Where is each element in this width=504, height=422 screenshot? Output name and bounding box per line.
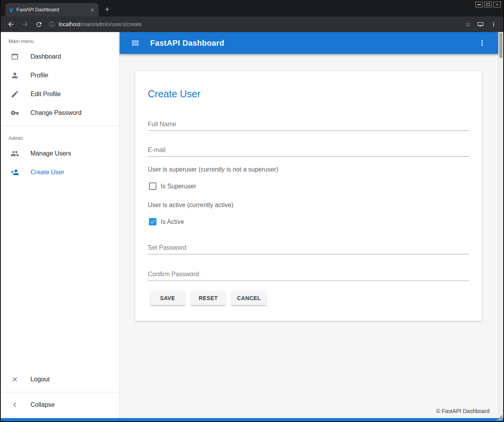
url-path: /main/admin/users/create	[80, 21, 142, 27]
back-icon[interactable]	[7, 20, 15, 28]
is-active-checkbox[interactable]	[149, 218, 156, 225]
bottom-accent-strip	[1, 418, 503, 421]
browser-menu-icon[interactable]	[490, 21, 497, 28]
new-tab-button[interactable]: +	[105, 5, 109, 13]
vuetify-favicon-icon: V	[9, 7, 13, 13]
url-text: localhost/main/admin/users/create	[59, 21, 142, 27]
full-name-input[interactable]: Full Name	[148, 121, 469, 131]
full-name-label: Full Name	[148, 121, 469, 128]
full-name-underline	[148, 131, 469, 131]
chevron-left-icon	[10, 400, 20, 409]
site-info-icon[interactable]: ⓘ	[49, 21, 55, 28]
reset-button[interactable]: RESET	[191, 291, 226, 305]
form-actions: SAVE RESET CANCEL	[150, 291, 469, 305]
sidebar-item-manage-users[interactable]: Manage Users	[1, 144, 119, 163]
set-password-underline	[148, 254, 469, 254]
minimize-icon	[477, 4, 481, 5]
sidebar-item-label: Collapse	[30, 401, 55, 408]
is-active-label: Is Active	[161, 218, 184, 225]
sidebar-item-label: Manage Users	[30, 150, 71, 157]
copyright-text: © FastAPI Dashboard	[436, 408, 490, 414]
sidebar-section-main-menu: Main menu	[1, 32, 119, 47]
page-footer: © FastAPI Dashboard	[120, 404, 498, 418]
vertical-scrollbar[interactable]	[498, 32, 503, 418]
set-password-label: Set Password	[148, 244, 469, 251]
app-bar-title: FastAPI Dashboard	[150, 39, 224, 48]
is-superuser-checkbox-row[interactable]: Is Superuser	[149, 182, 469, 190]
sidebar-item-label: Create User	[30, 169, 64, 176]
sidebar-spacer	[1, 182, 119, 370]
scrollbar-thumb[interactable]	[499, 33, 502, 58]
hamburger-menu-icon[interactable]	[131, 38, 140, 48]
sidebar-item-create-user[interactable]: Create User	[1, 163, 119, 182]
confirm-password-label: Confirm Password	[148, 271, 469, 278]
window-minimize-button[interactable]	[475, 2, 483, 7]
save-button[interactable]: SAVE	[150, 291, 185, 305]
confirm-password-input[interactable]: Confirm Password	[148, 271, 469, 281]
window-close-button[interactable]	[493, 2, 501, 7]
sidebar-item-edit-profile[interactable]: Edit Profile	[1, 85, 119, 104]
email-underline	[148, 156, 469, 157]
checkmark-icon	[150, 219, 156, 225]
bookmark-star-icon[interactable]: ☆	[465, 20, 471, 29]
person-add-icon	[10, 168, 20, 177]
sidebar-item-logout[interactable]: Logout	[1, 370, 119, 389]
set-password-input[interactable]: Set Password	[148, 244, 469, 254]
url-host: localhost	[59, 21, 80, 27]
window-controls	[475, 2, 501, 7]
sidebar-divider	[1, 392, 119, 392]
forward-icon[interactable]	[21, 20, 29, 28]
main-area: FastAPI Dashboard Create User Full Name …	[120, 32, 498, 418]
reload-icon[interactable]	[35, 21, 43, 28]
close-icon	[495, 3, 499, 6]
app-bar: FastAPI Dashboard	[120, 32, 498, 54]
sidebar-item-label: Logout	[30, 376, 50, 383]
logout-x-icon	[10, 375, 20, 384]
key-icon	[10, 108, 20, 118]
sidebar-divider	[1, 125, 119, 126]
url-bar[interactable]: ⓘ localhost/main/admin/users/create	[49, 21, 459, 28]
is-active-checkbox-row[interactable]: Is Active	[149, 218, 469, 225]
page-body: Main menu Dashboard Profile Edit Profile	[1, 32, 503, 418]
active-hint-text: User is active (currently active)	[148, 202, 469, 209]
content-area: Create User Full Name E-mail User is sup…	[120, 54, 498, 404]
tab-close-icon[interactable]	[90, 7, 95, 13]
sidebar-item-change-password[interactable]: Change Password	[1, 104, 119, 122]
page-title: Create User	[148, 88, 469, 100]
window-maximize-button[interactable]	[484, 2, 492, 7]
sidebar-item-label: Change Password	[30, 109, 82, 116]
app-bar-menu-icon[interactable]	[478, 39, 486, 47]
sidebar-item-label: Edit Profile	[30, 91, 61, 98]
browser-extension-icon[interactable]	[477, 21, 484, 28]
sidebar-item-label: Dashboard	[30, 53, 61, 60]
cancel-button[interactable]: CANCEL	[231, 291, 266, 305]
is-superuser-label: Is Superuser	[161, 183, 196, 190]
tab-strip: V FastAPI Dashboard +	[1, 0, 503, 16]
is-superuser-checkbox[interactable]	[149, 182, 156, 190]
pencil-icon	[10, 89, 20, 99]
sidebar-item-profile[interactable]: Profile	[1, 66, 119, 85]
email-input[interactable]: E-mail	[148, 147, 469, 157]
browser-window: V FastAPI Dashboard + ⓘ localhost/mai	[0, 0, 504, 422]
browser-tab[interactable]: V FastAPI Dashboard	[5, 3, 99, 16]
dashboard-icon	[10, 52, 20, 61]
sidebar-item-dashboard[interactable]: Dashboard	[1, 47, 119, 66]
tab-title: FastAPI Dashboard	[16, 7, 86, 13]
sidebar: Main menu Dashboard Profile Edit Profile	[1, 32, 120, 418]
person-icon	[10, 71, 20, 80]
confirm-password-underline	[148, 281, 469, 281]
sidebar-section-admin: Admin	[1, 129, 119, 144]
window-resize-grip[interactable]	[497, 415, 502, 420]
sidebar-item-label: Profile	[30, 72, 48, 79]
sidebar-item-collapse[interactable]: Collapse	[1, 395, 119, 414]
maximize-icon	[486, 3, 490, 6]
email-label: E-mail	[148, 147, 469, 154]
people-icon	[10, 149, 20, 158]
create-user-card: Create User Full Name E-mail User is sup…	[135, 71, 482, 321]
superuser-hint-text: User is superuser (currently is not a su…	[148, 166, 469, 173]
address-bar: ⓘ localhost/main/admin/users/create ☆	[1, 16, 503, 32]
